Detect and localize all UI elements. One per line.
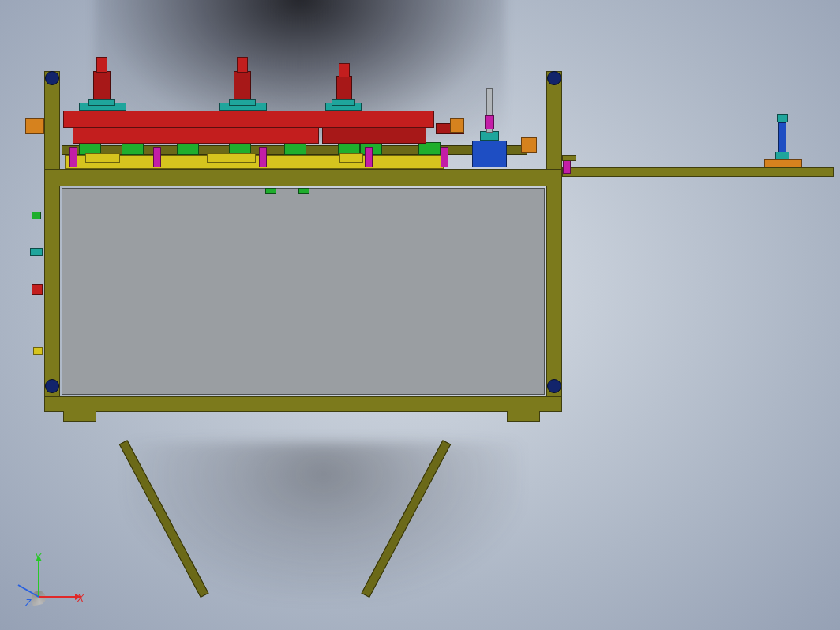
- blue-module-tip: [485, 115, 494, 129]
- shelf-bracket: [562, 155, 576, 161]
- standoff-base: [775, 152, 789, 159]
- standoff-shaft: [778, 122, 786, 152]
- left-block: [25, 118, 44, 134]
- side-fitting-3: [32, 212, 41, 219]
- pad-5: [284, 142, 306, 155]
- axis-triad[interactable]: X Y Z: [32, 549, 87, 605]
- insert-1: [85, 153, 120, 163]
- standoff-cap: [777, 114, 788, 122]
- corner-bolt-tl: [45, 71, 59, 85]
- collar-3: [332, 99, 355, 106]
- cylinder-1-cap: [96, 57, 107, 73]
- corner-bolt-br: [547, 379, 561, 393]
- collar-1: [88, 99, 115, 106]
- tab-green-1: [265, 188, 276, 194]
- insert-2: [207, 153, 256, 163]
- spacer-1: [69, 147, 77, 167]
- cad-viewport[interactable]: X Y Z: [0, 0, 840, 630]
- axis-y: [38, 561, 39, 597]
- mid-block: [450, 118, 464, 133]
- red-bar-lower-2: [322, 126, 426, 144]
- cylinder-2-cap: [237, 57, 248, 73]
- cylinder-3-cap: [339, 63, 350, 77]
- spacer-3: [259, 147, 267, 167]
- corner-bolt-bl: [45, 379, 59, 393]
- collar-2: [229, 99, 256, 106]
- frame-mid-rail: [44, 169, 562, 186]
- frame-left-post: [44, 71, 60, 412]
- pad-2: [122, 142, 144, 155]
- spacer-4: [365, 147, 373, 167]
- corner-bolt-tr: [547, 71, 561, 85]
- pad-3: [177, 142, 199, 155]
- shelf-right: [562, 167, 834, 177]
- side-fitting-1: [30, 248, 43, 256]
- right-block: [521, 137, 537, 153]
- frame-right-post: [546, 71, 562, 412]
- blue-module-body: [472, 141, 507, 167]
- leg-root-right: [507, 411, 540, 422]
- axis-x: [39, 596, 75, 598]
- side-fitting-4: [33, 347, 43, 355]
- frame-bottom-rail: [44, 396, 562, 412]
- axis-y-label: Y: [35, 553, 41, 562]
- red-bar-lower-1: [73, 126, 319, 144]
- ambient-shadow-bottom: [126, 442, 521, 600]
- red-bar-upper-1: [63, 111, 434, 128]
- axis-z-label: Z: [25, 598, 31, 608]
- cabinet-panel: [62, 188, 545, 395]
- axis-x-label: X: [77, 594, 84, 603]
- side-fitting-2: [32, 284, 43, 295]
- tab-green-2: [298, 188, 309, 194]
- pad-8: [418, 142, 441, 155]
- leg-root-left: [63, 411, 96, 422]
- spacer-5: [441, 147, 448, 167]
- spacer-2: [153, 147, 161, 167]
- standoff-plate: [764, 159, 802, 167]
- insert-3: [339, 153, 363, 163]
